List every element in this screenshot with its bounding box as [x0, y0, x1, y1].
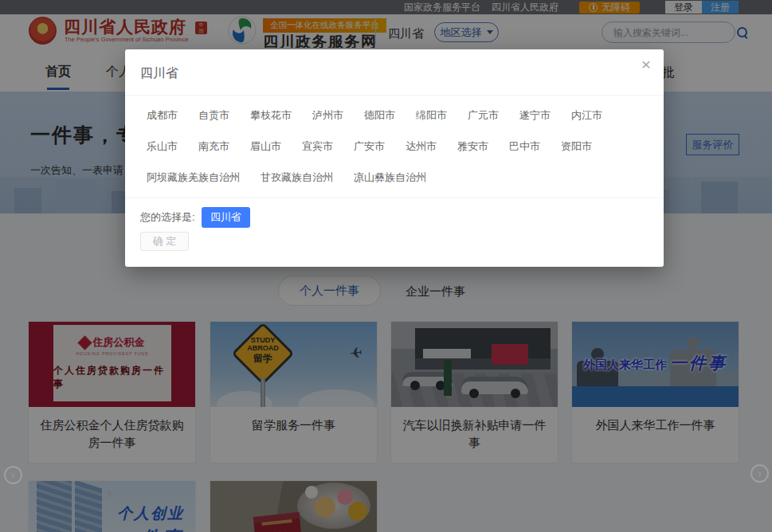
- carousel-prev-button[interactable]: ‹: [4, 466, 22, 484]
- dialog-title: 四川省: [140, 65, 178, 82]
- confirm-button[interactable]: 确 定: [140, 232, 189, 251]
- city-option[interactable]: 自贡市: [198, 108, 229, 123]
- city-option[interactable]: 资阳市: [561, 139, 592, 154]
- selected-region-tag[interactable]: 四川省: [202, 207, 250, 228]
- city-option[interactable]: 达州市: [406, 139, 437, 154]
- selection-label: 您的选择是:: [140, 210, 195, 225]
- city-option[interactable]: 宜宾市: [302, 139, 333, 154]
- city-option[interactable]: 攀枝花市: [250, 108, 292, 123]
- city-option[interactable]: 绵阳市: [416, 108, 447, 123]
- city-option[interactable]: 遂宁市: [519, 108, 551, 123]
- city-option[interactable]: 德阳市: [364, 108, 395, 123]
- close-icon[interactable]: ×: [638, 53, 654, 76]
- city-option[interactable]: 凉山彝族自治州: [354, 170, 426, 185]
- city-option[interactable]: 眉山市: [250, 139, 281, 154]
- city-option[interactable]: 南充市: [198, 139, 229, 154]
- dialog-divider: [125, 198, 664, 198]
- city-option[interactable]: 内江市: [571, 108, 602, 123]
- city-option[interactable]: 广元市: [468, 108, 499, 123]
- city-option[interactable]: 泸州市: [312, 108, 343, 123]
- city-option[interactable]: 乐山市: [147, 139, 178, 154]
- city-option[interactable]: 雅安市: [457, 139, 488, 154]
- city-options-list: 成都市自贡市攀枝花市泸州市德阳市绵阳市广元市遂宁市内江市乐山市南充市眉山市宜宾市…: [147, 108, 642, 185]
- city-option[interactable]: 阿坝藏族羌族自治州: [147, 170, 240, 185]
- region-select-dialog: 四川省 × 成都市自贡市攀枝花市泸州市德阳市绵阳市广元市遂宁市内江市乐山市南充市…: [125, 49, 664, 267]
- city-option[interactable]: 巴中市: [509, 139, 540, 154]
- city-option[interactable]: 甘孜藏族自治州: [261, 170, 333, 185]
- city-option[interactable]: 成都市: [147, 108, 178, 123]
- selection-row: 您的选择是: 四川省: [140, 207, 250, 228]
- city-option[interactable]: 广安市: [354, 139, 385, 154]
- dialog-divider: [125, 95, 664, 96]
- carousel-next-button[interactable]: ›: [750, 464, 769, 483]
